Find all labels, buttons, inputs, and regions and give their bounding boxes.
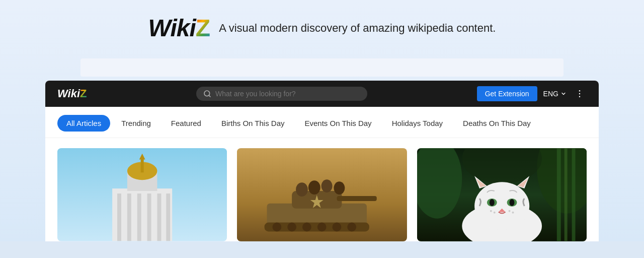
tab-all-articles[interactable]: All Articles [57,115,110,132]
nav-logo-z-text: Z [80,87,87,100]
nav-search-container[interactable] [196,87,367,101]
svg-point-28 [348,223,357,232]
hero-section: WikiZ A visual modern discovery of amazi… [0,0,644,241]
svg-point-29 [296,182,308,197]
card-tank[interactable] [237,148,407,241]
hero-search-bar-wrapper [0,58,644,77]
svg-rect-8 [127,194,131,241]
svg-point-52 [493,212,495,214]
hero-logo-wiki: Wiki [148,15,196,41]
navbar: WikiZ Get Extension ENG [45,81,599,107]
card-tiger[interactable] [417,148,587,241]
svg-rect-38 [564,149,567,241]
svg-rect-7 [117,194,121,241]
cards-grid [45,138,599,241]
svg-point-27 [333,223,342,232]
svg-point-23 [273,223,282,232]
chevron-down-icon [560,91,567,97]
nav-right-actions: Get Extension ENG [477,86,587,101]
hero-search-bar-bg [80,58,564,77]
tab-deaths-on-this-day[interactable]: Deaths On This Day [454,115,540,132]
svg-rect-37 [556,149,560,241]
svg-rect-9 [137,194,141,241]
svg-point-30 [308,180,320,195]
svg-point-26 [317,223,327,232]
svg-point-41 [474,182,529,230]
tab-featured[interactable]: Featured [162,115,210,132]
svg-point-53 [508,210,510,212]
building-illustration [57,148,227,241]
svg-point-4 [579,96,581,98]
nav-logo: WikiZ [57,87,87,100]
svg-point-49 [509,199,514,206]
tab-trending[interactable]: Trending [112,115,160,132]
app-window: WikiZ Get Extension ENG [45,81,599,241]
nav-logo-wiki-text: Wiki [57,87,80,100]
more-dots-icon [575,89,585,99]
svg-point-2 [579,90,581,92]
hero-brand: WikiZ A visual modern discovery of amazi… [148,16,496,40]
svg-rect-15 [141,159,144,173]
svg-point-32 [334,181,345,195]
svg-rect-39 [572,149,575,241]
hero-logo-z: Z [196,15,210,41]
language-selector-button[interactable]: ENG [543,90,567,98]
get-extension-button[interactable]: Get Extension [477,86,537,101]
svg-point-48 [490,199,495,206]
svg-line-1 [209,95,210,97]
search-icon [203,90,211,98]
tab-events-on-this-day[interactable]: Events On This Day [296,115,381,132]
tab-holidays-today[interactable]: Holidays Today [383,115,452,132]
search-input[interactable] [215,90,360,98]
svg-point-31 [321,179,333,192]
tiger-illustration [417,148,587,241]
card-building[interactable] [57,148,227,241]
hero-tagline: A visual modern discovery of amazing wik… [219,22,496,35]
svg-rect-10 [147,194,151,241]
svg-point-24 [288,223,297,232]
svg-point-25 [302,223,311,232]
tank-illustration [237,148,407,241]
tab-births-on-this-day[interactable]: Births On This Day [212,115,294,132]
svg-point-54 [512,212,514,214]
svg-rect-11 [157,194,161,241]
language-label: ENG [543,90,558,98]
more-options-button[interactable] [573,87,587,101]
svg-rect-12 [166,194,170,241]
hero-logo: WikiZ [148,16,210,40]
svg-point-51 [490,210,492,212]
svg-rect-20 [337,196,377,201]
tabs-bar: All Articles Trending Featured Births On… [45,107,599,138]
svg-point-3 [579,93,581,95]
